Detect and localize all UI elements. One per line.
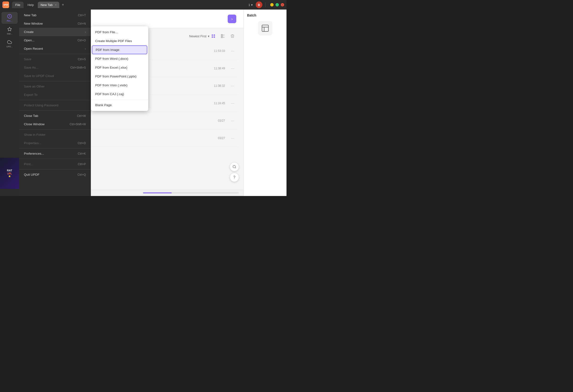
divider-5 bbox=[19, 129, 91, 130]
promo-content: RAT UPL ⭐ bbox=[0, 158, 19, 189]
user-avatar[interactable]: B bbox=[256, 1, 262, 8]
file-more-button[interactable]: ··· bbox=[229, 117, 236, 124]
svg-rect-2 bbox=[212, 34, 213, 36]
grid-view-button[interactable] bbox=[210, 32, 217, 40]
menu-new-window[interactable]: New Window Ctrl+N bbox=[19, 19, 91, 28]
close-button[interactable]: ✕ bbox=[281, 3, 284, 6]
menu-save-as-shortcut: Ctrl+Shift+S bbox=[70, 66, 86, 69]
title-bar: UPDF File Help New Tab × + 1 ▾ B ─ □ ✕ bbox=[0, 0, 286, 10]
divider-8 bbox=[19, 169, 91, 170]
chevron-down-icon: ▾ bbox=[208, 34, 210, 38]
add-tab-button[interactable]: + bbox=[60, 2, 66, 8]
create-submenu: PDF from File... Create Multiple PDF Fil… bbox=[91, 26, 148, 111]
menu-save-other-label: Save as Other bbox=[24, 85, 44, 88]
menu-save: Save Ctrl+S bbox=[19, 55, 91, 63]
help-tab-label: Help bbox=[28, 3, 34, 7]
menu-open-recent[interactable]: Open Recent › bbox=[19, 44, 91, 53]
menu-properties-label: Properties... bbox=[24, 141, 41, 145]
menu-new-window-label: New Window bbox=[24, 22, 43, 25]
sidebar-item-cloud[interactable]: UPD... bbox=[1, 38, 18, 50]
svg-point-13 bbox=[233, 165, 235, 168]
submenu-pdf-image[interactable]: PDF from Image bbox=[92, 45, 147, 54]
sort-label: Newest First bbox=[189, 34, 206, 38]
search-icon bbox=[233, 165, 236, 169]
sidebar: Rec... Star... UPD... RAT UPL ⭐ bbox=[0, 10, 19, 196]
submenu-pdf-caj[interactable]: PDF from CAJ (.caj) bbox=[91, 90, 148, 99]
divider-1 bbox=[19, 54, 91, 54]
menu-show-folder: Show in Folder bbox=[19, 131, 91, 139]
menu-open-label: Open... bbox=[24, 38, 35, 42]
menu-open-recent-label: Open Recent bbox=[24, 47, 43, 51]
menu-show-folder-label: Show in Folder bbox=[24, 133, 45, 136]
grid-icon bbox=[211, 34, 215, 38]
file-time: 11:38:32 bbox=[214, 84, 225, 87]
menu-new-tab-label: New Tab bbox=[24, 13, 36, 17]
help-tab[interactable]: Help bbox=[24, 2, 37, 8]
notification-badge[interactable]: 1 ▾ bbox=[249, 3, 253, 7]
file-tab[interactable]: File bbox=[12, 2, 24, 8]
menu-close-tab[interactable]: Close Tab Ctrl+W bbox=[19, 112, 91, 120]
menu-open-recent-arrow: › bbox=[85, 47, 86, 51]
file-more-button[interactable]: ··· bbox=[229, 135, 236, 142]
menu-preferences-label: Preferences... bbox=[24, 152, 44, 155]
submenu-pdf-excel[interactable]: PDF from Excel (.xlsx) bbox=[91, 63, 148, 72]
sidebar-cloud-label: UPD... bbox=[6, 45, 13, 48]
menu-open[interactable]: Open... Ctrl+O bbox=[19, 36, 91, 44]
help-float-button[interactable]: ? bbox=[230, 173, 239, 182]
menu-close-window[interactable]: Close Window Ctrl+Shift+W bbox=[19, 120, 91, 128]
search-float-button[interactable] bbox=[230, 163, 239, 171]
submenu-pdf-visio[interactable]: PDF from Visio (.vsdx) bbox=[91, 81, 148, 90]
file-time: 03/27 bbox=[218, 136, 225, 140]
close-tab-icon[interactable]: × bbox=[55, 3, 56, 6]
menu-new-tab-shortcut: Ctrl+T bbox=[78, 14, 86, 17]
cloud-icon bbox=[7, 40, 12, 44]
menu-new-window-shortcut: Ctrl+N bbox=[78, 22, 86, 25]
menu-save-cloud-label: Save to UPDF Cloud bbox=[24, 74, 54, 78]
submenu-divider bbox=[91, 100, 148, 100]
maximize-button[interactable]: □ bbox=[275, 3, 279, 6]
delete-button[interactable] bbox=[229, 32, 236, 40]
menu-close-window-shortcut: Ctrl+Shift+W bbox=[70, 123, 86, 126]
new-tab[interactable]: New Tab × bbox=[38, 2, 60, 8]
svg-rect-10 bbox=[262, 25, 268, 32]
list-view-button[interactable] bbox=[219, 32, 227, 40]
submenu-pdf-ppt[interactable]: PDF from PowerPoint (.pptx) bbox=[91, 72, 148, 81]
menu-export-to-label: Export To bbox=[24, 93, 37, 97]
submenu-pdf-word[interactable]: PDF from Word (.docx) bbox=[91, 54, 148, 63]
menu-create[interactable]: Create › bbox=[19, 28, 91, 36]
file-more-button[interactable]: ··· bbox=[229, 100, 236, 107]
list-icon bbox=[221, 34, 225, 38]
file-more-button[interactable]: ··· bbox=[229, 65, 236, 72]
sidebar-starred-label: Star... bbox=[7, 33, 12, 35]
svg-rect-3 bbox=[214, 34, 215, 36]
minimize-button[interactable]: ─ bbox=[270, 3, 274, 6]
menu-open-shortcut: Ctrl+O bbox=[77, 39, 86, 42]
file-more-button[interactable]: ··· bbox=[229, 48, 236, 54]
submenu-blank-page[interactable]: Blank Page bbox=[91, 101, 148, 109]
sidebar-item-recent[interactable]: Rec... bbox=[1, 12, 18, 24]
divider-4 bbox=[19, 110, 91, 111]
submenu-create-multiple[interactable]: Create Multiple PDF Files bbox=[91, 36, 148, 45]
file-tab-label: File bbox=[15, 3, 20, 7]
batch-icon-button[interactable] bbox=[258, 21, 272, 35]
file-menu: New Tab Ctrl+T New Window Ctrl+N Create … bbox=[19, 10, 91, 196]
svg-rect-5 bbox=[214, 36, 215, 38]
menu-preferences[interactable]: Preferences... Ctrl+K bbox=[19, 149, 91, 158]
file-time: 11:53:33 bbox=[214, 49, 225, 52]
collapse-button[interactable]: › bbox=[228, 15, 236, 23]
menu-quit[interactable]: Quit UPDF Ctrl+Q bbox=[19, 170, 91, 179]
menu-save-label: Save bbox=[24, 57, 31, 61]
file-time: 03/27 bbox=[218, 119, 225, 122]
svg-rect-4 bbox=[212, 36, 213, 38]
sort-select[interactable]: Newest First ▾ bbox=[189, 34, 210, 38]
logo-icon: UPDF bbox=[2, 1, 9, 8]
submenu-pdf-file[interactable]: PDF from File... bbox=[91, 28, 148, 36]
file-more-button[interactable]: ··· bbox=[229, 83, 236, 89]
sidebar-item-starred[interactable]: Star... bbox=[1, 25, 18, 37]
trash-icon bbox=[230, 34, 235, 38]
menu-export-to: Export To bbox=[19, 91, 91, 99]
clock-icon bbox=[7, 14, 12, 19]
menu-new-tab[interactable]: New Tab Ctrl+T bbox=[19, 11, 91, 19]
window-controls: ─ □ ✕ bbox=[270, 3, 284, 6]
batch-panel: Batch bbox=[243, 10, 286, 196]
